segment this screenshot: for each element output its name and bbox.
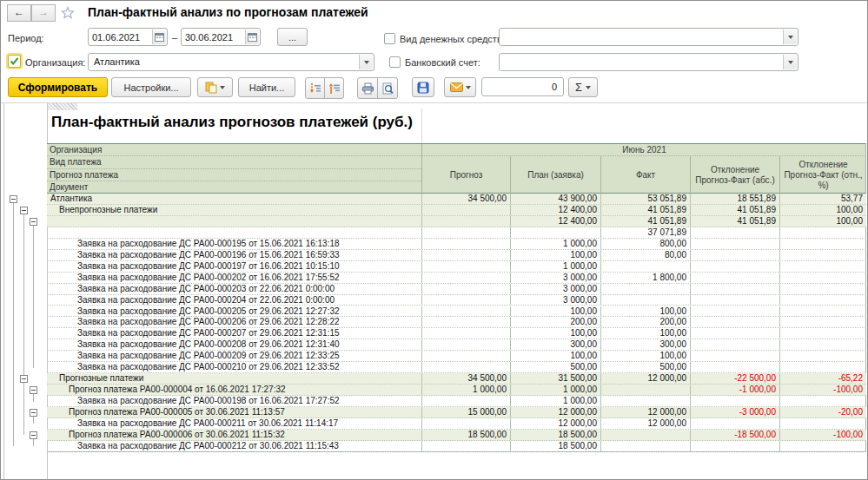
date-to-input[interactable] xyxy=(182,29,246,45)
row-label: Заявка на расходование ДС РА00-000203 от… xyxy=(47,284,452,294)
table-row[interactable]: Прогноз платежа РА00-000005 от 30.06.202… xyxy=(47,407,866,418)
table-body: Атлантика34 500,0043 900,0053 051,8918 5… xyxy=(47,194,866,452)
cash-type-checkbox[interactable] xyxy=(384,33,395,44)
chevron-down-icon[interactable] xyxy=(783,30,797,44)
tree-collapse-button[interactable] xyxy=(30,218,37,226)
table-header: ОрганизацияВид платежаПрогноз платежаДок… xyxy=(47,143,866,194)
table-row[interactable]: Заявка на расходование ДС РА00-000198 от… xyxy=(47,396,866,407)
table-row[interactable]: 37 071,89 xyxy=(47,227,866,239)
calendar-icon[interactable] xyxy=(152,30,166,44)
bank-account-checkbox[interactable] xyxy=(389,56,401,68)
settings-button[interactable]: Настройки... xyxy=(111,77,191,97)
organization-combo[interactable]: Атлантика xyxy=(88,53,374,71)
value-cell xyxy=(779,351,866,361)
table-row[interactable]: Заявка на расходование ДС РА00-000195 от… xyxy=(47,239,866,250)
period-more-button[interactable]: ... xyxy=(277,28,308,46)
table-row[interactable]: Заявка на расходование ДС РА00-000211 от… xyxy=(47,418,866,430)
value-cell: 3 000,00 xyxy=(510,284,600,294)
table-row[interactable]: Заявка на расходование ДС РА00-000203 от… xyxy=(47,284,866,295)
value-cell: 80,00 xyxy=(600,250,690,260)
dimension-header: Организация xyxy=(47,144,421,156)
period-group-header: Июнь 2021 xyxy=(421,144,866,156)
table-row[interactable]: Заявка на расходование ДС РА00-000196 от… xyxy=(47,250,866,261)
grouping-buttons xyxy=(305,77,344,99)
cash-type-combo[interactable] xyxy=(499,28,798,46)
tree-collapse-button[interactable] xyxy=(30,386,37,394)
page-title: План-фактный анализ по прогнозам платеже… xyxy=(88,5,368,19)
tree-collapse-button[interactable] xyxy=(20,207,28,214)
value-cell: 1 800,00 xyxy=(600,273,690,283)
value-cell xyxy=(779,273,866,283)
date-range-dash: – xyxy=(172,32,177,43)
calendar-icon[interactable] xyxy=(245,30,259,44)
dimension-header: Документ xyxy=(47,181,421,194)
expand-groups-icon[interactable] xyxy=(305,77,325,99)
value-cell xyxy=(421,295,510,306)
table-row[interactable]: Заявка на расходование ДС РА00-000206 от… xyxy=(47,317,866,328)
table-row[interactable]: Заявка на расходование ДС РА00-000212 от… xyxy=(47,441,866,452)
table-row[interactable]: Внепрогнозные платежи12 400,0041 051,894… xyxy=(47,205,866,216)
find-button[interactable]: Найти... xyxy=(238,77,295,97)
date-to-field[interactable] xyxy=(181,28,261,46)
chevron-down-icon[interactable] xyxy=(783,55,797,69)
table-row[interactable]: Заявка на расходование ДС РА00-000202 от… xyxy=(47,273,866,284)
value-cell: 1 000,00 xyxy=(421,385,510,395)
date-from-input[interactable] xyxy=(89,29,153,45)
save-button[interactable] xyxy=(412,77,434,97)
table-row[interactable]: Заявка на расходование ДС РА00-000208 от… xyxy=(47,339,866,351)
print-icon[interactable] xyxy=(357,77,378,99)
tree-collapse-button[interactable] xyxy=(30,431,37,439)
tree-collapse-button[interactable] xyxy=(20,375,28,383)
value-cell xyxy=(779,362,866,372)
value-cell xyxy=(421,317,510,327)
value-cell: 18 500,00 xyxy=(510,430,600,440)
value-cell: 12 000,00 xyxy=(600,418,690,429)
collapse-groups-icon[interactable] xyxy=(324,77,344,99)
table-row[interactable]: 12 400,0041 051,8941 051,89100,00 xyxy=(47,216,866,227)
value-cell xyxy=(690,284,779,294)
value-cell: 53 051,89 xyxy=(600,194,690,204)
tree-collapse-button[interactable] xyxy=(30,409,37,417)
value-cell: 100,00 xyxy=(510,250,600,260)
counter-input[interactable] xyxy=(482,78,563,95)
copy-icon xyxy=(205,82,217,94)
value-cell: -20,00 xyxy=(779,407,866,418)
value-cell xyxy=(421,227,510,238)
value-cell: 41 051,89 xyxy=(690,216,779,227)
table-row[interactable]: Заявка на расходование ДС РА00-000210 от… xyxy=(47,362,866,373)
chevron-down-icon[interactable] xyxy=(359,55,373,69)
value-cell: 3 000,00 xyxy=(510,273,600,283)
tree-collapse-button[interactable] xyxy=(10,195,17,203)
table-row[interactable]: Заявка на расходование ДС РА00-000197 от… xyxy=(47,261,866,273)
chevron-down-icon xyxy=(220,86,225,89)
date-from-field[interactable] xyxy=(88,28,168,46)
send-mail-button[interactable] xyxy=(444,77,476,97)
table-row[interactable]: Заявка на расходование ДС РА00-000207 от… xyxy=(47,328,866,339)
column-header: Прогноз xyxy=(421,156,510,194)
value-cell: 53,77 xyxy=(779,194,866,204)
app-window: ← → План-фактный анализ по прогнозам пла… xyxy=(0,0,868,480)
sum-button[interactable]: Σ xyxy=(568,77,598,97)
favorite-star-icon[interactable] xyxy=(61,6,75,20)
tree-connector-line xyxy=(23,214,24,436)
table-row[interactable]: Прогноз платежа РА00-000006 от 30.06.202… xyxy=(47,430,866,441)
value-cell xyxy=(690,306,779,317)
table-row[interactable]: Прогнозные платежи34 500,0031 500,0012 0… xyxy=(47,373,866,385)
copy-result-button[interactable] xyxy=(197,77,233,97)
bank-account-combo[interactable] xyxy=(499,53,798,71)
table-row[interactable]: Прогноз платежа РА00-000004 от 16.06.202… xyxy=(47,385,866,396)
value-cell: -22 500,00 xyxy=(690,373,779,384)
value-cell: 500,00 xyxy=(600,362,690,372)
table-row[interactable]: Заявка на расходование ДС РА00-000205 от… xyxy=(47,306,866,318)
value-cell xyxy=(690,317,779,327)
print-preview-icon[interactable] xyxy=(377,77,398,99)
table-row[interactable]: Заявка на расходование ДС РА00-000204 от… xyxy=(47,295,866,306)
table-row[interactable]: Заявка на расходование ДС РА00-000209 от… xyxy=(47,351,866,362)
counter-field[interactable] xyxy=(481,77,564,96)
value-cell xyxy=(779,396,866,406)
value-cell xyxy=(690,362,779,372)
row-label: Заявка на расходование ДС РА00-000210 от… xyxy=(47,362,452,372)
table-row[interactable]: Атлантика34 500,0043 900,0053 051,8918 5… xyxy=(47,194,866,205)
row-label: Заявка на расходование ДС РА00-000197 от… xyxy=(47,261,452,272)
value-cell: 12 000,00 xyxy=(600,407,690,418)
